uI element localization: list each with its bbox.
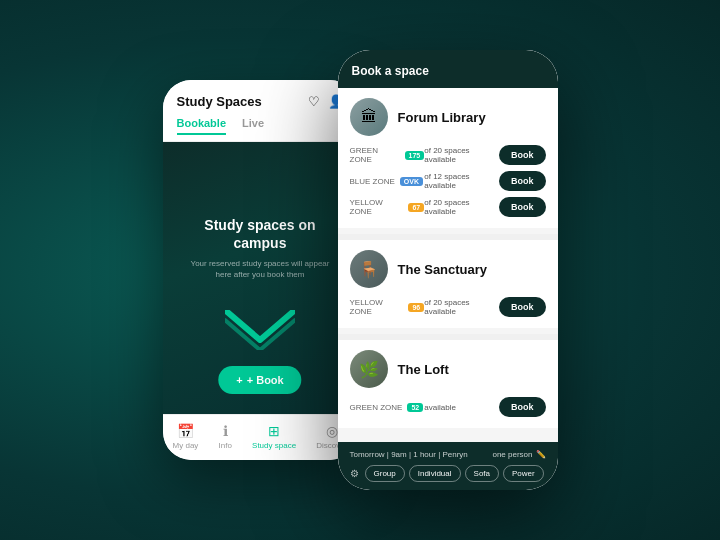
back-app-title: Study Spaces — [177, 94, 262, 109]
chevron-icon — [225, 310, 295, 354]
front-header-title: Book a space — [352, 64, 429, 78]
zone-spaces: of 20 spaces available — [424, 146, 499, 164]
hero-subtitle: Your reserved study spaces will appear h… — [183, 258, 338, 280]
booking-info: Tomorrow | 9am | 1 hour | Penryn one per… — [350, 450, 546, 459]
forum-book-btn-2[interactable]: Book — [499, 171, 546, 191]
booking-person-label: one person — [492, 450, 532, 459]
forum-book-btn-1[interactable]: Book — [499, 145, 546, 165]
spaces-list: 🏛 Forum Library GREEN ZONE 175 of 20 spa… — [338, 88, 558, 442]
grid-icon: ⊞ — [268, 423, 280, 439]
zone-row: YELLOW ZONE 67 of 20 spaces available Bo… — [350, 194, 546, 220]
nav-my-day-label: My day — [173, 441, 199, 450]
edit-icon[interactable]: ✏️ — [536, 450, 546, 459]
heart-icon[interactable]: ♡ — [308, 94, 320, 109]
sanctuary-book-btn[interactable]: Book — [499, 297, 546, 317]
front-bottom-bar: Tomorrow | 9am | 1 hour | Penryn one per… — [338, 442, 558, 490]
filter-sofa[interactable]: Sofa — [465, 465, 499, 482]
booking-person: one person ✏️ — [492, 450, 545, 459]
front-header: Book a space — [338, 50, 558, 88]
forum-book-btn-3[interactable]: Book — [499, 197, 546, 217]
filter-group[interactable]: Group — [365, 465, 405, 482]
sanctuary-thumb: 🪑 — [350, 250, 388, 288]
forum-name: Forum Library — [398, 110, 486, 125]
loft-thumb: 🌿 — [350, 350, 388, 388]
tab-live[interactable]: Live — [242, 117, 264, 135]
nav-study-label: Study space — [252, 441, 296, 450]
zone-row: YELLOW ZONE 96 of 20 spaces available Bo… — [350, 294, 546, 320]
zone-label: GREEN ZONE — [350, 403, 403, 412]
discover-icon: ◎ — [326, 423, 338, 439]
zone-info: GREEN ZONE 52 — [350, 403, 425, 412]
space-card-sanctuary: 🪑 The Sanctuary YELLOW ZONE 96 of 20 spa… — [338, 240, 558, 328]
zone-info: YELLOW ZONE 67 — [350, 198, 425, 216]
forum-thumb: 🏛 — [350, 98, 388, 136]
hero-title: Study spaces on campus — [183, 216, 338, 252]
zone-spaces: of 20 spaces available — [424, 198, 499, 216]
filter-tags: ⚙ Group Individual Sofa Power — [350, 465, 546, 482]
zone-spaces: of 20 spaces available — [424, 298, 499, 316]
loft-header: 🌿 The Loft — [338, 340, 558, 394]
loft-name: The Loft — [398, 362, 449, 377]
zone-badge-yellow: 67 — [408, 203, 424, 212]
back-book-button[interactable]: + + Book — [218, 366, 301, 394]
zone-info: BLUE ZONE OVK — [350, 177, 425, 186]
calendar-icon: 📅 — [177, 423, 194, 439]
nav-my-day[interactable]: 📅 My day — [173, 423, 199, 450]
zone-badge-blue: OVK — [400, 177, 423, 186]
back-tabs: Bookable Live — [163, 117, 358, 142]
zone-label: YELLOW ZONE — [350, 198, 404, 216]
zone-badge-yellow: 96 — [408, 303, 424, 312]
back-book-label: + Book — [247, 374, 284, 386]
back-main-content: Study spaces on campus Your reserved stu… — [163, 142, 358, 414]
zone-spaces: of 12 spaces available — [424, 172, 499, 190]
zone-row: BLUE ZONE OVK of 12 spaces available Boo… — [350, 168, 546, 194]
sanctuary-name: The Sanctuary — [398, 262, 488, 277]
back-header: Study Spaces ♡ 👤 — [163, 80, 358, 117]
loft-book-btn[interactable]: Book — [499, 397, 546, 417]
zone-info: GREEN ZONE 175 — [350, 146, 425, 164]
zone-label: GREEN ZONE — [350, 146, 400, 164]
zone-badge-green: 52 — [407, 403, 423, 412]
zone-row: GREEN ZONE 52 available Book — [350, 394, 546, 420]
nav-info[interactable]: ℹ Info — [219, 423, 232, 450]
zone-info: YELLOW ZONE 96 — [350, 298, 425, 316]
info-icon: ℹ — [223, 423, 228, 439]
phone-back: Study Spaces ♡ 👤 Bookable Live Study spa… — [163, 80, 358, 460]
filter-individual[interactable]: Individual — [409, 465, 461, 482]
sliders-icon: ⚙ — [350, 468, 359, 479]
phone-front: Book a space 🏛 Forum Library GREEN ZONE — [338, 50, 558, 490]
tab-bookable[interactable]: Bookable — [177, 117, 227, 135]
zone-label: BLUE ZONE — [350, 177, 395, 186]
space-card-loft: 🌿 The Loft GREEN ZONE 52 available Book — [338, 340, 558, 428]
zone-badge-green: 175 — [405, 151, 425, 160]
back-bottom-nav: 📅 My day ℹ Info ⊞ Study space ◎ Discover — [163, 414, 358, 460]
nav-study-space[interactable]: ⊞ Study space — [252, 423, 296, 450]
sanctuary-zones: YELLOW ZONE 96 of 20 spaces available Bo… — [338, 294, 558, 328]
zone-label: YELLOW ZONE — [350, 298, 404, 316]
phones-container: Study Spaces ♡ 👤 Bookable Live Study spa… — [163, 50, 558, 490]
loft-zones: GREEN ZONE 52 available Book — [338, 394, 558, 428]
space-card-forum: 🏛 Forum Library GREEN ZONE 175 of 20 spa… — [338, 88, 558, 228]
plus-icon: + — [236, 374, 242, 386]
forum-zones: GREEN ZONE 175 of 20 spaces available Bo… — [338, 142, 558, 228]
filter-power[interactable]: Power — [503, 465, 544, 482]
sanctuary-header: 🪑 The Sanctuary — [338, 240, 558, 294]
zone-spaces: available — [424, 403, 499, 412]
zone-row: GREEN ZONE 175 of 20 spaces available Bo… — [350, 142, 546, 168]
forum-header: 🏛 Forum Library — [338, 88, 558, 142]
booking-time: Tomorrow | 9am | 1 hour | Penryn — [350, 450, 468, 459]
nav-info-label: Info — [219, 441, 232, 450]
